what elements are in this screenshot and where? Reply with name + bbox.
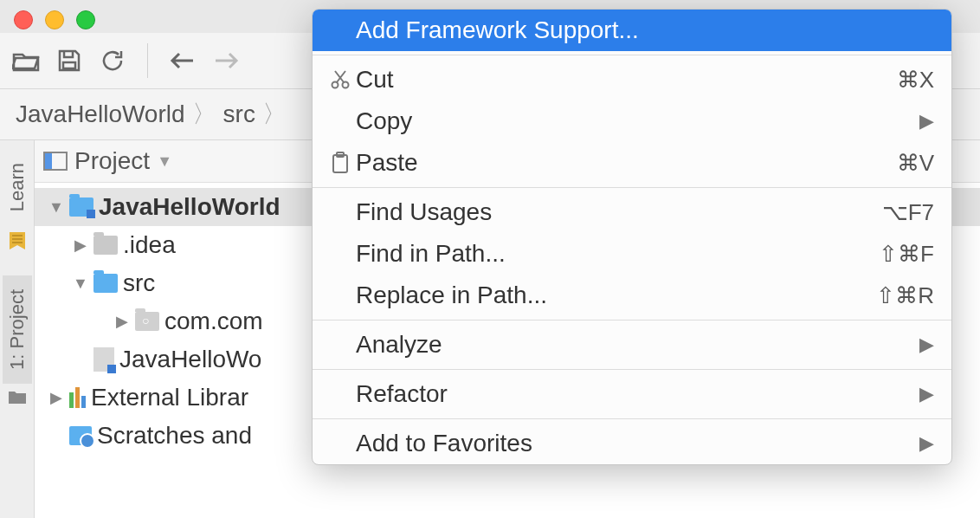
menu-refactor[interactable]: Refactor ▶ — [313, 373, 951, 415]
menu-shortcut: ⇧⌘R — [876, 282, 934, 309]
breadcrumb-sep-icon: 〉 — [192, 98, 216, 131]
svg-point-0 — [332, 82, 338, 88]
menu-shortcut: ⌥F7 — [882, 199, 934, 226]
disclosure-open-icon[interactable]: ▼ — [73, 275, 88, 293]
disclosure-closed-icon[interactable]: ▶ — [114, 312, 130, 331]
menu-label: Copy — [356, 107, 919, 135]
menu-separator — [313, 187, 951, 188]
module-folder-icon — [69, 197, 93, 217]
menu-paste[interactable]: Paste ⌘V — [313, 142, 951, 184]
back-icon[interactable] — [169, 47, 197, 74]
menu-add-to-favorites[interactable]: Add to Favorites ▶ — [313, 423, 951, 464]
breadcrumb-folder[interactable]: src — [223, 100, 255, 128]
project-tab-label: 1: Project — [6, 289, 28, 370]
project-folder-icon — [8, 389, 27, 408]
menu-separator — [313, 320, 951, 321]
svg-point-1 — [343, 82, 349, 88]
cut-icon — [325, 69, 356, 90]
minimize-window-button[interactable] — [45, 10, 64, 29]
chevron-down-icon: ▼ — [157, 152, 172, 171]
learn-tab-label: Learn — [6, 163, 28, 211]
menu-label: Analyze — [356, 331, 919, 359]
panel-header-icon — [43, 152, 68, 171]
menu-find-usages[interactable]: Find Usages ⌥F7 — [313, 191, 951, 233]
tree-item-label: External Librar — [91, 384, 248, 411]
menu-separator — [313, 369, 951, 370]
menu-analyze[interactable]: Analyze ▶ — [313, 324, 951, 366]
submenu-arrow-icon: ▶ — [919, 333, 934, 356]
menu-shortcut: ⇧⌘F — [879, 241, 934, 268]
panel-title: Project — [74, 147, 150, 175]
menu-label: Find Usages — [356, 198, 882, 226]
breadcrumb-project[interactable]: JavaHelloWorld — [16, 100, 185, 128]
refresh-icon[interactable] — [99, 47, 126, 74]
menu-copy[interactable]: Copy ▶ — [313, 100, 951, 142]
menu-add-framework-support[interactable]: Add Framework Support... — [313, 10, 951, 51]
package-icon — [135, 312, 159, 331]
disclosure-closed-icon[interactable]: ▶ — [73, 236, 88, 255]
save-icon[interactable] — [55, 47, 83, 74]
forward-icon[interactable] — [212, 47, 240, 74]
submenu-arrow-icon: ▶ — [919, 110, 934, 133]
menu-label: Refactor — [356, 380, 919, 408]
tree-item-label: com.com — [164, 308, 263, 335]
context-menu: Add Framework Support... Cut ⌘X Copy ▶ P… — [312, 9, 952, 465]
tree-item-label: Scratches and — [97, 422, 252, 450]
tree-item-label: .idea — [123, 231, 176, 259]
sidebar-tab-learn[interactable]: Learn — [3, 149, 32, 225]
submenu-arrow-icon: ▶ — [919, 432, 934, 455]
menu-label: Paste — [356, 149, 897, 177]
menu-separator — [313, 418, 951, 419]
menu-label: Cut — [356, 66, 897, 94]
menu-replace-in-path[interactable]: Replace in Path... ⇧⌘R — [313, 275, 951, 316]
menu-label: Add Framework Support... — [356, 16, 934, 44]
source-folder-icon — [93, 274, 118, 293]
side-tabs: Learn 1: Project — [0, 140, 35, 518]
menu-find-in-path[interactable]: Find in Path... ⇧⌘F — [313, 233, 951, 275]
menu-label: Add to Favorites — [356, 430, 919, 457]
tree-root-label: JavaHelloWorld — [99, 193, 280, 221]
disclosure-closed-icon[interactable]: ▶ — [48, 388, 64, 407]
menu-separator — [313, 55, 951, 55]
iml-file-icon — [93, 347, 114, 372]
library-icon — [69, 387, 86, 408]
close-window-button[interactable] — [14, 10, 33, 29]
paste-icon — [325, 152, 356, 174]
disclosure-open-icon[interactable]: ▼ — [48, 198, 64, 217]
tree-item-label: src — [123, 269, 155, 297]
menu-shortcut: ⌘V — [897, 150, 934, 177]
learn-badge-icon — [7, 230, 28, 258]
menu-label: Find in Path... — [356, 240, 879, 268]
maximize-window-button[interactable] — [76, 10, 95, 29]
breadcrumb-sep-icon: 〉 — [262, 98, 287, 131]
open-icon[interactable] — [12, 47, 40, 74]
tree-item-label: JavaHelloWo — [119, 346, 261, 373]
folder-icon — [93, 236, 118, 255]
menu-shortcut: ⌘X — [897, 67, 934, 94]
menu-cut[interactable]: Cut ⌘X — [313, 59, 951, 100]
menu-label: Replace in Path... — [356, 282, 876, 309]
scratches-icon — [69, 426, 92, 445]
sidebar-tab-project[interactable]: 1: Project — [3, 275, 32, 384]
submenu-arrow-icon: ▶ — [919, 383, 934, 405]
